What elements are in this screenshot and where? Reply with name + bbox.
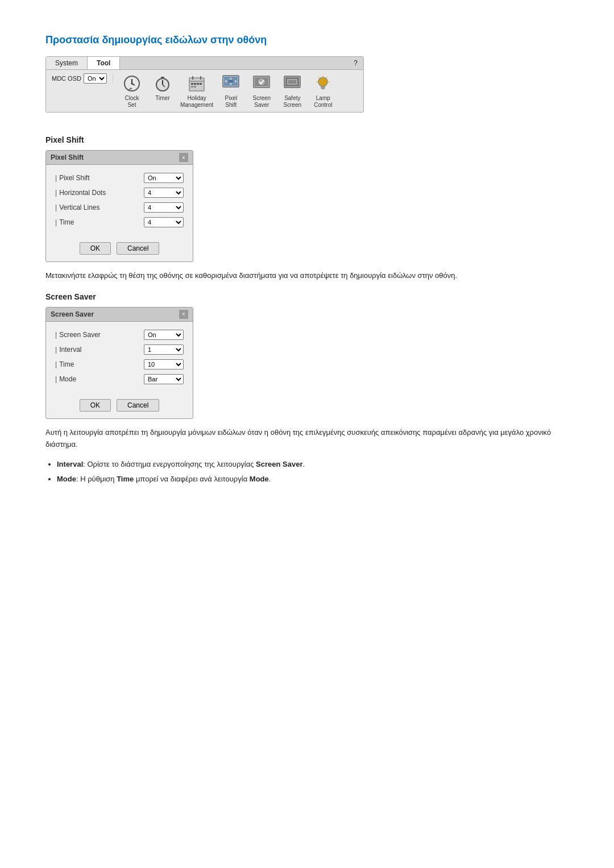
screen-saver-row-0: Screen Saver OnOff bbox=[55, 330, 184, 340]
svg-point-21 bbox=[229, 79, 233, 84]
svg-rect-14 bbox=[194, 83, 196, 85]
svg-point-33 bbox=[318, 77, 327, 86]
screen-saver-titlebar: Screen Saver × bbox=[46, 308, 193, 322]
screen-saver-ok-button[interactable]: OK bbox=[80, 399, 111, 412]
holiday-icon bbox=[186, 73, 207, 94]
svg-point-3 bbox=[131, 83, 132, 85]
toolbar-label-safety-screen: SafetyScreen bbox=[283, 95, 301, 109]
pixel-shift-row-3: Time 428 bbox=[55, 217, 184, 227]
pixel-shift-dialog-title: Pixel Shift bbox=[51, 153, 84, 161]
mdc-osd-control: MDC OSD On Off bbox=[52, 73, 113, 84]
screen-saver-label-0: Screen Saver bbox=[55, 331, 144, 339]
toolbar-label-pixel-shift: PixelShift bbox=[225, 95, 237, 109]
toolbar-label-holiday: HolidayManagement bbox=[180, 95, 213, 109]
svg-rect-17 bbox=[191, 86, 193, 88]
screen-saver-row-2: Time 102030 bbox=[55, 359, 184, 369]
screen-saver-select-1[interactable]: 125 bbox=[144, 344, 184, 355]
svg-rect-32 bbox=[288, 80, 296, 84]
timer-icon bbox=[152, 73, 173, 94]
svg-rect-13 bbox=[191, 83, 193, 85]
screen-saver-row-1: Interval 125 bbox=[55, 344, 184, 355]
pixel-shift-label-1: Horizontal Dots bbox=[55, 189, 144, 197]
svg-rect-15 bbox=[197, 83, 199, 85]
pixel-shift-cancel-button[interactable]: Cancel bbox=[117, 242, 159, 255]
page-title: Προστασία δημιουργίας ειδώλων στην οθόνη bbox=[45, 34, 569, 46]
toolbar-item-pixel-shift[interactable]: PixelShift bbox=[218, 73, 244, 109]
screen-saver-bullets: Interval: Ορίστε το διάστημα ενεργοποίησ… bbox=[57, 458, 569, 485]
screen-saver-select-2[interactable]: 102030 bbox=[144, 359, 184, 369]
mdc-osd-label: MDC OSD bbox=[52, 75, 81, 82]
toolbar-label-timer: Timer bbox=[155, 95, 169, 102]
pixel-shift-label-3: Time bbox=[55, 218, 144, 226]
pixel-shift-dialog: Pixel Shift × Pixel Shift OnOff Horizont… bbox=[45, 150, 193, 262]
help-button[interactable]: ? bbox=[348, 57, 363, 69]
toolbar-item-safety-screen[interactable]: SafetyScreen bbox=[279, 73, 305, 109]
toolbar-body: MDC OSD On Off ClockSet bbox=[46, 70, 363, 112]
tab-system[interactable]: System bbox=[46, 57, 88, 69]
screen-saver-footer: OK Cancel bbox=[46, 394, 193, 418]
svg-rect-34 bbox=[321, 86, 325, 88]
screen-saver-cancel-button[interactable]: Cancel bbox=[117, 399, 159, 412]
toolbar: System Tool ? MDC OSD On Off bbox=[45, 56, 364, 113]
pixel-shift-select-1[interactable]: 428 bbox=[144, 188, 184, 198]
toolbar-item-timer[interactable]: Timer bbox=[150, 73, 176, 109]
toolbar-label-clock-set: ClockSet bbox=[125, 95, 139, 109]
clock-icon bbox=[122, 73, 142, 94]
toolbar-items: ClockSet Timer bbox=[119, 73, 336, 109]
screen-saver-description: Αυτή η λειτουργία αποτρέπει τη δημιουργί… bbox=[45, 427, 569, 451]
svg-line-37 bbox=[326, 77, 327, 78]
toolbar-label-lamp-control: LampControl bbox=[314, 95, 332, 109]
pixel-shift-select-0[interactable]: OnOff bbox=[144, 173, 184, 183]
pixel-shift-description: Μετακινήστε ελαφρώς τη θέση της οθόνης σ… bbox=[45, 270, 569, 282]
toolbar-item-holiday[interactable]: HolidayManagement bbox=[180, 73, 213, 109]
toolbar-item-lamp-control[interactable]: LampControl bbox=[310, 73, 336, 109]
screen-saver-row-3: Mode BarFade bbox=[55, 374, 184, 384]
screen-saver-select-3[interactable]: BarFade bbox=[144, 374, 184, 384]
pixel-shift-ok-button[interactable]: OK bbox=[80, 242, 111, 255]
pixel-shift-heading: Pixel Shift bbox=[45, 135, 569, 144]
pixel-shift-row-2: Vertical Lines 428 bbox=[55, 202, 184, 213]
svg-rect-35 bbox=[321, 88, 325, 89]
screen-saver-heading: Screen Saver bbox=[45, 292, 569, 301]
pixel-shift-row-1: Horizontal Dots 428 bbox=[55, 188, 184, 198]
toolbar-label-screen-saver: ScreenSaver bbox=[252, 95, 271, 109]
lamp-control-icon bbox=[313, 73, 333, 94]
pixel-shift-label-2: Vertical Lines bbox=[55, 203, 144, 211]
screen-saver-select-0[interactable]: OnOff bbox=[144, 330, 184, 340]
pixel-shift-dialog-body: Pixel Shift OnOff Horizontal Dots 428 Ve… bbox=[46, 165, 193, 238]
screen-saver-dialog-body: Screen Saver OnOff Interval 125 Time 102… bbox=[46, 322, 193, 394]
screen-saver-dialog-title: Screen Saver bbox=[51, 310, 94, 318]
pixel-shift-titlebar: Pixel Shift × bbox=[46, 151, 193, 165]
pixel-shift-label-0: Pixel Shift bbox=[55, 174, 144, 182]
bullet-item-1: Mode: Η ρύθμιση Time μπορεί να διαφέρει … bbox=[57, 473, 569, 485]
screen-saver-label-3: Mode bbox=[55, 375, 144, 383]
screen-saver-dialog: Screen Saver × Screen Saver OnOff Interv… bbox=[45, 307, 193, 419]
pixel-shift-icon bbox=[221, 73, 241, 94]
svg-line-38 bbox=[318, 77, 320, 78]
toolbar-item-screen-saver[interactable]: ScreenSaver bbox=[248, 73, 275, 109]
svg-rect-16 bbox=[200, 83, 202, 85]
screen-saver-label-2: Time bbox=[55, 360, 144, 368]
pixel-shift-close-button[interactable]: × bbox=[179, 153, 188, 162]
pixel-shift-footer: OK Cancel bbox=[46, 238, 193, 261]
pixel-shift-row-0: Pixel Shift OnOff bbox=[55, 173, 184, 183]
safety-screen-icon bbox=[282, 73, 302, 94]
screen-saver-label-1: Interval bbox=[55, 346, 144, 354]
screen-saver-close-button[interactable]: × bbox=[179, 310, 188, 319]
bullet-item-0: Interval: Ορίστε το διάστημα ενεργοποίησ… bbox=[57, 458, 569, 471]
pixel-shift-select-3[interactable]: 428 bbox=[144, 217, 184, 227]
toolbar-item-clock-set[interactable]: ClockSet bbox=[119, 73, 145, 109]
tab-tool[interactable]: Tool bbox=[88, 57, 120, 69]
screen-saver-icon bbox=[251, 73, 272, 94]
mdc-osd-select[interactable]: On Off bbox=[84, 73, 107, 84]
svg-rect-18 bbox=[194, 86, 196, 88]
pixel-shift-select-2[interactable]: 428 bbox=[144, 202, 184, 213]
toolbar-tabs: System Tool ? bbox=[46, 57, 363, 70]
